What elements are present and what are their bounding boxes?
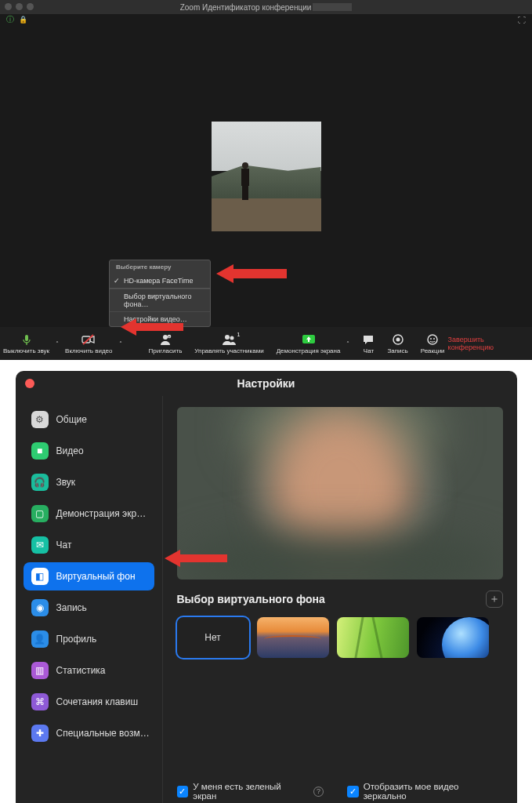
mute-button[interactable]: Выключить звук bbox=[0, 331, 52, 356]
record-button[interactable]: Запись bbox=[384, 331, 411, 356]
svg-point-10 bbox=[225, 335, 230, 340]
checkbox-mirror-video[interactable]: ✓ Отобразить мое видео зеркально bbox=[347, 782, 503, 801]
microphone-icon bbox=[20, 332, 33, 347]
svg-marker-1 bbox=[121, 318, 183, 336]
keyboard-icon: ⌘ bbox=[31, 693, 49, 710]
info-icon[interactable]: ⓘ bbox=[6, 14, 14, 25]
reactions-icon bbox=[426, 332, 439, 347]
settings-sidebar: ⚙Общие ■Видео 🎧Звук ▢Демонстрация экр… ✉… bbox=[16, 396, 163, 803]
mute-chevron-up-icon[interactable]: ˄ bbox=[52, 340, 62, 347]
gear-icon: ⚙ bbox=[31, 411, 49, 428]
bg-option-space[interactable] bbox=[417, 617, 489, 658]
checkbox-green-screen[interactable]: ✓ У меня есть зеленый экран ? bbox=[177, 782, 324, 801]
record-icon bbox=[392, 332, 404, 347]
zoom-settings-window: Настройки ⚙Общие ■Видео 🎧Звук ▢Демонстра… bbox=[16, 371, 517, 803]
annotation-arrow-icon bbox=[121, 318, 183, 336]
bg-option-bridge[interactable] bbox=[257, 617, 329, 658]
stats-icon: ▥ bbox=[31, 662, 49, 679]
record-icon: ◉ bbox=[31, 599, 49, 616]
share-screen-icon bbox=[302, 332, 316, 347]
sidebar-item-accessibility[interactable]: ✚Специальные возм… bbox=[24, 719, 154, 747]
help-icon[interactable]: ? bbox=[313, 787, 324, 797]
sidebar-item-shortcuts[interactable]: ⌘Сочетания клавиш bbox=[24, 688, 154, 716]
participant-video-tile[interactable] bbox=[212, 122, 321, 231]
annotation-arrow-icon bbox=[216, 263, 287, 285]
checkbox-checked-icon: ✓ bbox=[177, 786, 189, 798]
background-options: Нет bbox=[177, 617, 503, 658]
share-icon: ▢ bbox=[31, 505, 49, 522]
camera-menu-item-facetime[interactable]: HD-камера FaceTime bbox=[110, 274, 210, 288]
accessibility-icon: ✚ bbox=[31, 725, 49, 742]
window-title: Zoom Идентификатор конференции bbox=[180, 3, 312, 12]
chat-icon: ✉ bbox=[31, 536, 49, 554]
bg-option-none[interactable]: Нет bbox=[177, 617, 249, 658]
headphones-icon: 🎧 bbox=[31, 474, 49, 491]
checkbox-checked-icon: ✓ bbox=[347, 786, 359, 798]
svg-point-17 bbox=[430, 338, 432, 340]
title-bar: Zoom Идентификатор конференции bbox=[0, 0, 532, 14]
sidebar-item-chat[interactable]: ✉Чат bbox=[24, 531, 154, 559]
fullscreen-icon[interactable]: ⛶ bbox=[518, 16, 526, 24]
video-chevron-up-icon[interactable]: ˄ bbox=[116, 340, 125, 347]
virtual-bg-icon: ◧ bbox=[31, 568, 49, 585]
svg-rect-2 bbox=[25, 335, 28, 341]
camera-menu-header: Выберите камеру bbox=[110, 260, 210, 274]
share-chevron-up-icon[interactable]: ˄ bbox=[343, 340, 353, 347]
video-icon: ■ bbox=[31, 442, 49, 460]
sidebar-item-virtual-bg[interactable]: ◧Виртуальный фон bbox=[24, 562, 154, 590]
svg-point-16 bbox=[428, 335, 437, 344]
profile-icon: 👤 bbox=[31, 630, 49, 648]
section-title: Выбор виртуального фона bbox=[177, 593, 325, 605]
svg-point-18 bbox=[433, 338, 435, 340]
sidebar-item-record[interactable]: ◉Запись bbox=[24, 594, 154, 622]
svg-point-15 bbox=[396, 338, 400, 342]
sidebar-item-video[interactable]: ■Видео bbox=[24, 437, 154, 465]
bg-option-grass[interactable] bbox=[337, 617, 409, 658]
svg-marker-0 bbox=[216, 264, 287, 283]
participants-button[interactable]: 1 Управлять участниками bbox=[191, 331, 266, 356]
settings-titlebar: Настройки bbox=[16, 371, 517, 396]
video-button[interactable]: Включить видео bbox=[62, 331, 115, 356]
meeting-controls-bar: Выключить звук ˄ Включить видео ˄ + П bbox=[0, 327, 532, 360]
sidebar-item-stats[interactable]: ▥Статистика bbox=[24, 656, 154, 685]
camera-menu-item-virtual-bg[interactable]: Выбор виртуального фона… bbox=[110, 289, 210, 311]
participants-count: 1 bbox=[237, 332, 241, 337]
settings-content: Выбор виртуального фона ＋ Нет ✓ У меня е… bbox=[163, 396, 517, 803]
status-bar: ⓘ 🔒 ⛶ bbox=[0, 14, 532, 25]
settings-title: Настройки bbox=[237, 377, 295, 390]
share-screen-button[interactable]: Демонстрация экрана bbox=[273, 331, 344, 356]
lock-icon: 🔒 bbox=[19, 16, 27, 24]
svg-point-11 bbox=[230, 336, 233, 340]
title-redacted-block bbox=[313, 3, 352, 11]
chat-button[interactable]: Чат bbox=[359, 331, 378, 356]
sidebar-item-audio[interactable]: 🎧Звук bbox=[24, 468, 154, 496]
window-traffic-lights[interactable] bbox=[5, 3, 34, 10]
reactions-button[interactable]: Реакции bbox=[418, 331, 448, 356]
end-meeting-button[interactable]: Завершить конференцию bbox=[448, 336, 494, 351]
sidebar-item-profile[interactable]: 👤Профиль bbox=[24, 625, 154, 653]
svg-marker-19 bbox=[165, 550, 227, 567]
participants-icon: 1 bbox=[222, 332, 237, 347]
close-icon[interactable] bbox=[25, 379, 34, 388]
annotation-arrow-icon bbox=[165, 548, 227, 571]
sidebar-item-general[interactable]: ⚙Общие bbox=[24, 405, 154, 434]
add-background-button[interactable]: ＋ bbox=[486, 590, 503, 608]
sidebar-item-share[interactable]: ▢Демонстрация экр… bbox=[24, 500, 154, 528]
chat-icon bbox=[362, 332, 375, 347]
camera-off-icon bbox=[81, 332, 96, 347]
zoom-meeting-window: Zoom Идентификатор конференции ⓘ 🔒 ⛶ Выб… bbox=[0, 0, 532, 360]
